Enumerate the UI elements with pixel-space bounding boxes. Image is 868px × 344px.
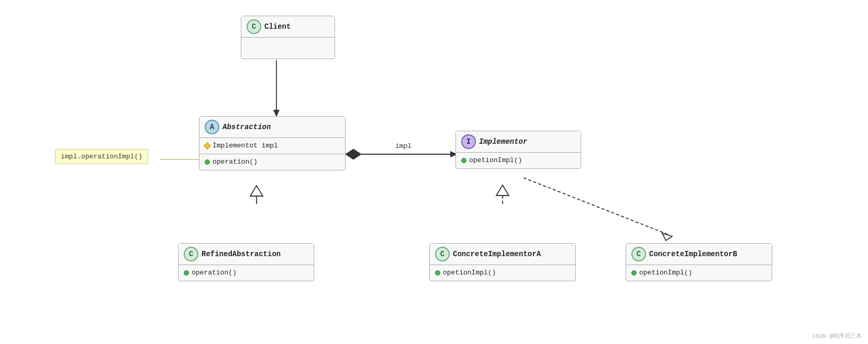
implementor-dot-icon <box>461 158 466 163</box>
watermark: CSDN @程序员三木 <box>812 332 862 340</box>
abstraction-class: A Abstraction Implementot impl operation… <box>199 116 346 170</box>
concrete-b-header: C ConcreteImplementorB <box>626 244 772 265</box>
concrete-a-method-text: opetionImpl() <box>443 267 496 279</box>
client-class-header: C Client <box>241 16 335 38</box>
svg-marker-8 <box>496 185 509 196</box>
implementor-method-text: opetionImpl() <box>469 155 522 166</box>
implementor-class-header: I Implementor <box>456 131 581 153</box>
concrete-a-class-name: ConcreteImplementorA <box>453 250 541 258</box>
green-dot-icon <box>205 159 210 165</box>
concrete-implementor-a-class: C ConcreteImplementorA opetionImpl() <box>429 243 576 281</box>
svg-line-9 <box>524 178 670 235</box>
refined-abstraction-icon: C <box>184 247 198 261</box>
refined-abstraction-method-item: operation() <box>184 267 308 279</box>
implementor-methods: opetionImpl() <box>456 153 581 168</box>
refined-abstraction-header: C RefinedAbstraction <box>179 244 314 265</box>
note-box: impl.operationImpl() <box>55 149 148 164</box>
implementor-method-item: opetionImpl() <box>461 155 575 166</box>
abstraction-fields: Implementot impl <box>199 138 345 154</box>
abstraction-methods: operation() <box>199 154 345 170</box>
implementor-icon: I <box>461 134 476 149</box>
concrete-b-dot-icon <box>631 270 637 276</box>
connections-svg: impl <box>0 0 868 344</box>
note-text: impl.operationImpl() <box>61 153 142 160</box>
concrete-implementor-b-class: C ConcreteImplementorB opetionImpl() <box>626 243 772 281</box>
abstraction-field-item: Implementot impl <box>205 140 340 152</box>
concrete-a-header: C ConcreteImplementorA <box>430 244 575 265</box>
abstraction-field-text: Implementot impl <box>213 140 278 152</box>
refined-abstraction-method-text: operation() <box>192 267 237 279</box>
refined-dot-icon <box>184 270 189 276</box>
concrete-b-icon: C <box>631 247 646 261</box>
client-class-body <box>241 38 335 48</box>
impl-label: impl <box>395 142 411 150</box>
svg-marker-2 <box>346 149 361 159</box>
concrete-b-method-text: opetionImpl() <box>639 267 692 279</box>
refined-abstraction-class-name: RefinedAbstraction <box>202 250 281 258</box>
concrete-b-class-name: ConcreteImplementorB <box>649 250 737 258</box>
concrete-a-icon: C <box>435 247 450 261</box>
concrete-a-method-item: opetionImpl() <box>435 267 570 279</box>
refined-abstraction-class: C RefinedAbstraction operation() <box>178 243 314 281</box>
abstraction-icon: A <box>205 120 219 134</box>
diagram-container: impl C Client A Abstraction <box>0 0 868 344</box>
abstraction-class-header: A Abstraction <box>199 117 345 138</box>
client-class: C Client <box>241 16 335 59</box>
abstraction-method-item: operation() <box>205 156 340 168</box>
concrete-b-methods: opetionImpl() <box>626 265 772 281</box>
concrete-b-method-item: opetionImpl() <box>631 267 766 279</box>
abstraction-method-text: operation() <box>213 156 258 168</box>
svg-marker-10 <box>662 233 672 240</box>
concrete-a-methods: opetionImpl() <box>430 265 575 281</box>
svg-marker-6 <box>250 186 263 196</box>
implementor-class-name: Implementor <box>479 137 527 146</box>
concrete-a-dot-icon <box>435 270 440 276</box>
implementor-class: I Implementor opetionImpl() <box>455 131 581 169</box>
client-class-name: Client <box>264 22 291 31</box>
client-icon: C <box>247 19 261 34</box>
refined-abstraction-methods: operation() <box>179 265 314 281</box>
diamond-icon <box>204 142 211 150</box>
client-class-body2 <box>241 48 335 59</box>
abstraction-class-name: Abstraction <box>222 123 271 131</box>
